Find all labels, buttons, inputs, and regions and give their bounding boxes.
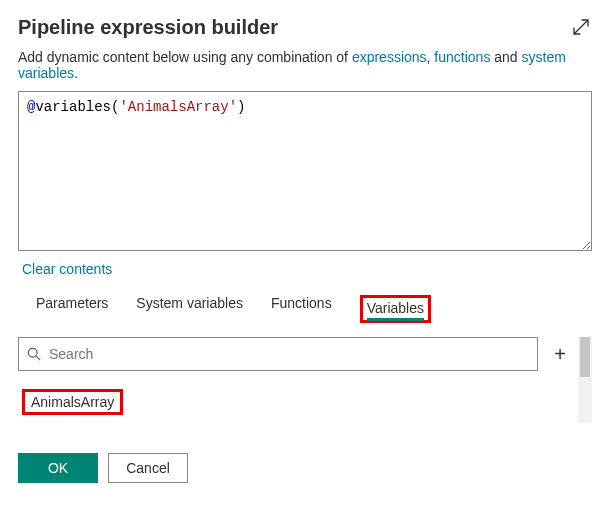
clear-contents-link[interactable]: Clear contents	[22, 261, 112, 277]
tab-variables[interactable]: Variables	[367, 300, 424, 320]
tab-system-variables[interactable]: System variables	[136, 295, 243, 323]
add-button[interactable]: +	[548, 344, 572, 364]
expand-icon[interactable]	[570, 16, 592, 38]
tab-functions[interactable]: Functions	[271, 295, 332, 323]
functions-link[interactable]: functions	[434, 49, 490, 65]
tab-variables-highlight: Variables	[360, 295, 431, 323]
hint-prefix: Add dynamic content below using any comb…	[18, 49, 352, 65]
svg-point-0	[28, 348, 37, 357]
editor-fn: variables	[35, 99, 111, 115]
search-box[interactable]	[18, 337, 538, 371]
search-icon	[27, 347, 41, 361]
svg-line-1	[36, 356, 40, 360]
hint-text: Add dynamic content below using any comb…	[18, 49, 592, 81]
page-title: Pipeline expression builder	[18, 16, 278, 39]
scrollbar-thumb[interactable]	[580, 337, 590, 377]
search-input[interactable]	[47, 345, 529, 363]
expressions-link[interactable]: expressions	[352, 49, 427, 65]
variables-list: AnimalsArray	[18, 371, 572, 423]
ok-button[interactable]: OK	[18, 453, 98, 483]
scrollbar[interactable]	[578, 337, 592, 423]
tab-bar: Parameters System variables Functions Va…	[18, 295, 592, 323]
cancel-button[interactable]: Cancel	[108, 453, 188, 483]
expression-editor[interactable]: @variables('AnimalsArray')	[18, 91, 592, 251]
tab-parameters[interactable]: Parameters	[36, 295, 108, 323]
variable-item-animalsarray[interactable]: AnimalsArray	[22, 389, 123, 415]
editor-arg: AnimalsArray	[128, 99, 229, 115]
